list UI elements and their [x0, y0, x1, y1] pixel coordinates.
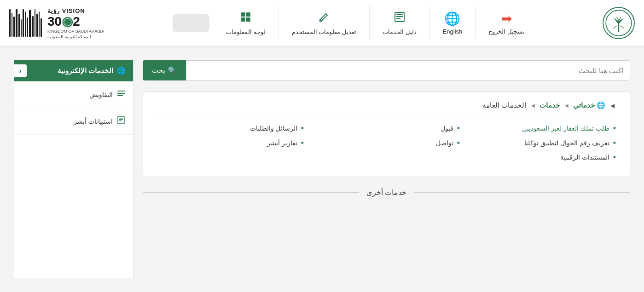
logout-icon: ➡	[501, 11, 512, 26]
nav-guide-label: دليل الخدمات	[383, 29, 417, 35]
services-col-2: • قبول • تواصل	[313, 124, 460, 163]
nav-dashboard[interactable]: لوحة المعلومات	[213, 6, 279, 40]
breadcrumb-arrow: ◄	[609, 102, 616, 109]
breadcrumb-home[interactable]: 🌐 خدماتي	[573, 101, 605, 109]
negotiations-content: التفاويض	[89, 89, 126, 100]
svg-rect-1	[618, 24, 619, 32]
service-mobile-label: تعريف رقم الجوال لتطبيق توكلنا	[524, 138, 609, 148]
nav-edit-info[interactable]: تعديل معلومات المستخدم	[279, 6, 370, 40]
service-requests[interactable]: • قبول	[313, 124, 460, 134]
nav-logout-label: تسجيل الخروج	[488, 28, 525, 35]
svg-rect-11	[117, 93, 125, 94]
other-services-label: خدمات أخرى	[366, 188, 406, 197]
kingdom-label-ar: المملكة العربية السعودية	[47, 34, 91, 39]
service-digital-label: المستندات الرقمية	[560, 153, 609, 162]
barcode-decoration	[9, 9, 42, 37]
search-button[interactable]: 🔍 بحث	[143, 60, 186, 80]
edit-icon	[318, 11, 331, 27]
breadcrumb-level2[interactable]: خدمات	[540, 101, 560, 109]
sidebar-globe-icon: 🌐	[117, 67, 126, 75]
bullet-icon: •	[457, 138, 460, 149]
service-property-request[interactable]: • طلب تملك العقار لغير السعوديين	[469, 124, 616, 134]
nav-edit-label: تعديل معلومات المستخدم	[292, 29, 356, 35]
bullet-icon: •	[613, 124, 616, 134]
nav-logout[interactable]: ➡ تسجيل الخروج	[476, 6, 538, 40]
bullet-icon: •	[613, 153, 616, 163]
content-area: 🔍 بحث ◄ 🌐 خدماتي ◄ خدمات ◄ الخدمات العام…	[133, 60, 630, 278]
breadcrumb: ◄ 🌐 خدماتي ◄ خدمات ◄ الخدمات العامة	[157, 101, 616, 116]
svg-rect-15	[119, 119, 123, 120]
service-mobile-reg[interactable]: • تعريف رقم الجوال لتطبيق توكلنا	[469, 138, 616, 149]
sidebar-collapse-button[interactable]: ‹	[14, 64, 27, 77]
breadcrumb-sep1: ◄	[563, 102, 569, 109]
services-col-1: • طلب تملك العقار لغير السعوديين • تعريف…	[469, 124, 616, 163]
bullet-icon: •	[301, 124, 304, 134]
service-contact[interactable]: • تواصل	[313, 138, 460, 149]
svg-rect-8	[241, 17, 245, 22]
nav-english[interactable]: 🌐 English	[430, 6, 476, 40]
sidebar-item-negotiations[interactable]: التفاويض	[14, 81, 133, 108]
nav-english-label: English	[443, 28, 463, 35]
sidebar-surveys-label: استبيانات أبشر	[74, 118, 113, 125]
vision-logo: VISION رؤية 2◉30 KINGDOM OF SAUDI ARABIA…	[47, 7, 104, 39]
services-box: ◄ 🌐 خدماتي ◄ خدمات ◄ الخدمات العامة • طل…	[143, 92, 630, 177]
vision-year: 2◉30	[47, 15, 80, 28]
kingdom-label-en: KINGDOM OF SAUDI ARABIA	[47, 29, 104, 34]
nav-guide[interactable]: دليل الخدمات	[370, 6, 430, 40]
services-col-3: • الرسائل والطلبات • تقارير أبشر	[157, 124, 304, 163]
svg-rect-3	[396, 14, 403, 15]
service-absher-reports[interactable]: • تقارير أبشر	[157, 138, 304, 149]
service-digital-docs[interactable]: • المستندات الرقمية	[469, 153, 616, 163]
surveys-content: استبيانات أبشر	[74, 115, 126, 127]
svg-rect-14	[119, 118, 123, 119]
search-input-wrap[interactable]	[186, 60, 630, 80]
header-nav: ➡ تسجيل الخروج 🌐 English دليل الخدمات تع…	[104, 6, 603, 40]
logo	[603, 7, 635, 39]
main-content: 🔍 بحث ◄ 🌐 خدماتي ◄ خدمات ◄ الخدمات العام…	[0, 46, 644, 292]
nav-user-bar	[173, 14, 209, 32]
svg-rect-5	[396, 18, 400, 19]
sidebar: 🌐 الخدمات الإلكترونية ‹ التفاويض استبيان…	[14, 60, 133, 278]
sidebar-item-surveys[interactable]: استبيانات أبشر	[14, 108, 133, 135]
breadcrumb-current: الخدمات العامة	[482, 101, 526, 109]
negotiations-icon	[116, 89, 126, 100]
service-messages-label: الرسائل والطلبات	[250, 124, 297, 133]
search-bar: 🔍 بحث	[143, 60, 630, 80]
svg-rect-4	[396, 16, 403, 17]
svg-rect-16	[119, 120, 122, 121]
svg-rect-9	[246, 17, 250, 22]
services-grid: • طلب تملك العقار لغير السعوديين • تعريف…	[157, 124, 616, 163]
sidebar-header: 🌐 الخدمات الإلكترونية ‹	[14, 60, 133, 81]
search-icon: 🔍	[168, 66, 177, 74]
bullet-icon: •	[301, 138, 304, 149]
globe-icon: 🌐	[444, 11, 460, 26]
service-messages[interactable]: • الرسائل والطلبات	[157, 124, 304, 134]
other-services-section: خدمات أخرى	[143, 188, 630, 197]
svg-rect-6	[241, 12, 245, 17]
survey-icon	[116, 115, 126, 127]
service-contact-label: تواصل	[436, 138, 453, 148]
search-input[interactable]	[193, 67, 623, 74]
svg-rect-7	[246, 12, 250, 17]
service-requests-label: قبول	[441, 124, 453, 133]
other-services-line-left	[414, 192, 630, 193]
search-button-label: بحث	[152, 66, 165, 74]
vision-area: VISION رؤية 2◉30 KINGDOM OF SAUDI ARABIA…	[9, 7, 104, 39]
sidebar-header-label: الخدمات الإلكترونية	[58, 67, 113, 75]
breadcrumb-sep2: ◄	[530, 102, 536, 109]
vision-label: VISION رؤية	[47, 7, 85, 14]
svg-rect-13	[118, 116, 124, 124]
logo-svg	[605, 10, 632, 36]
service-absher-label: تقارير أبشر	[267, 138, 297, 148]
bullet-icon: •	[457, 124, 460, 134]
logo-area	[603, 7, 635, 39]
svg-rect-10	[117, 91, 125, 92]
breadcrumb-home-label: خدماتي	[573, 101, 595, 109]
svg-rect-12	[117, 95, 123, 96]
sidebar-negotiations-label: التفاويض	[89, 91, 113, 98]
header: ➡ تسجيل الخروج 🌐 English دليل الخدمات تع…	[0, 0, 644, 46]
bullet-icon: •	[613, 138, 616, 149]
dashboard-icon	[239, 11, 252, 27]
service-property-link[interactable]: طلب تملك العقار لغير السعوديين	[522, 124, 609, 133]
guide-icon	[393, 11, 406, 27]
